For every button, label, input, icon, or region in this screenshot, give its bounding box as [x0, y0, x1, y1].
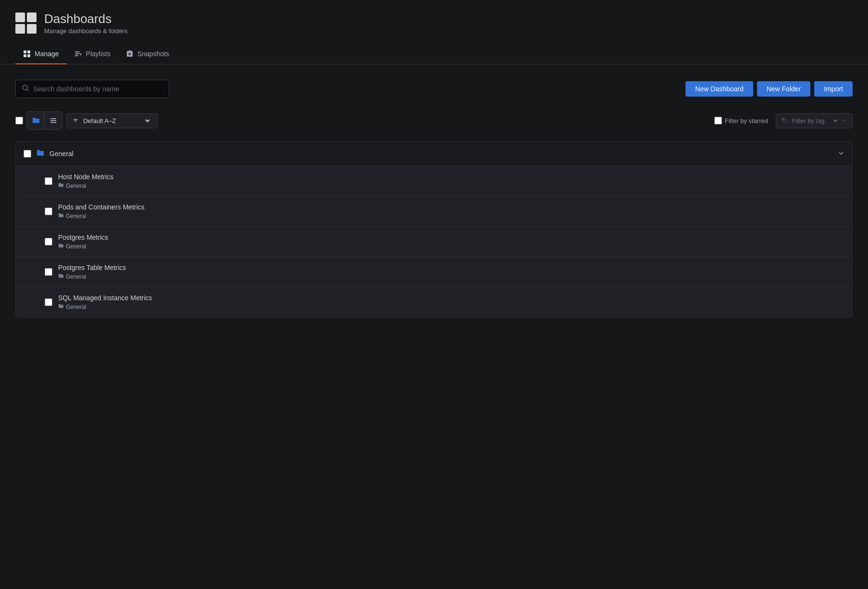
- item-checkbox-3[interactable]: [45, 268, 52, 276]
- item-checkbox-4[interactable]: [45, 298, 52, 306]
- search-input[interactable]: [33, 85, 163, 93]
- filter-right: Filter by starred Filter by tag: [714, 113, 853, 128]
- dashboard-item[interactable]: Pods and Containers Metrics General: [16, 196, 852, 226]
- filter-row: Default A–Z Default Z–A Alphabetically A…: [15, 111, 853, 130]
- item-folder-4: General: [58, 303, 844, 310]
- item-info-0: Host Node Metrics General: [58, 173, 844, 189]
- filter-tag-dropdown[interactable]: Filter by tag: [776, 113, 853, 128]
- tab-snapshots-label: Snapshots: [137, 50, 169, 58]
- item-folder-icon-1: [58, 212, 64, 220]
- search-action-row: New Dashboard New Folder Import: [15, 80, 853, 98]
- dashboard-item[interactable]: SQL Managed Instance Metrics General: [16, 287, 852, 317]
- tab-playlists-label: Playlists: [86, 50, 110, 58]
- item-folder-0: General: [58, 182, 844, 189]
- playlists-icon: [74, 50, 82, 58]
- svg-rect-1: [27, 50, 30, 53]
- svg-rect-6: [75, 55, 78, 56]
- item-folder-label-4: General: [66, 304, 86, 310]
- select-all-checkbox[interactable]: [15, 117, 23, 124]
- svg-rect-12: [50, 118, 56, 119]
- sort-icon: [73, 117, 78, 124]
- view-toggle-group: [27, 111, 62, 130]
- chevron-down-icon: [842, 118, 846, 123]
- header-text-block: Dashboards Manage dashboards & folders: [44, 12, 127, 35]
- tag-icon: [782, 117, 787, 124]
- item-folder-2: General: [58, 243, 844, 250]
- item-info-4: SQL Managed Instance Metrics General: [58, 294, 844, 310]
- item-folder-label-0: General: [66, 183, 86, 189]
- item-info-1: Pods and Containers Metrics General: [58, 203, 844, 220]
- item-checkbox-0[interactable]: [45, 177, 52, 185]
- folder-icon: [36, 148, 45, 159]
- svg-line-11: [27, 89, 29, 91]
- dashboard-item[interactable]: Postgres Table Metrics General: [16, 257, 852, 287]
- item-title-0: Host Node Metrics: [58, 173, 844, 181]
- page-subtitle: Manage dashboards & folders: [44, 27, 127, 35]
- folder-checkbox[interactable]: [24, 150, 31, 158]
- item-title-3: Postgres Table Metrics: [58, 264, 844, 271]
- tab-manage-label: Manage: [35, 50, 59, 58]
- svg-rect-14: [50, 122, 56, 123]
- filter-starred-label[interactable]: Filter by starred: [714, 117, 768, 124]
- svg-rect-4: [75, 51, 80, 52]
- tab-snapshots[interactable]: Snapshots: [118, 44, 177, 64]
- item-checkbox-1[interactable]: [45, 208, 52, 215]
- dashboard-item[interactable]: Host Node Metrics General: [16, 166, 852, 196]
- item-folder-icon-2: [58, 243, 64, 250]
- new-dashboard-button[interactable]: New Dashboard: [685, 81, 753, 97]
- main-content: New Dashboard New Folder Import: [0, 64, 868, 333]
- svg-point-18: [783, 119, 784, 120]
- list-view-button[interactable]: [45, 112, 62, 129]
- item-folder-label-2: General: [66, 243, 86, 250]
- sort-select-input[interactable]: Default A–Z Default Z–A Alphabetically A…: [81, 117, 151, 125]
- item-checkbox-2[interactable]: [45, 238, 52, 245]
- dashboard-icon: [23, 50, 31, 58]
- svg-rect-5: [75, 53, 80, 54]
- item-folder-icon-4: [58, 303, 64, 310]
- select-all-checkbox-wrap[interactable]: [15, 117, 23, 124]
- dashboards-logo-icon: [15, 12, 37, 34]
- sort-dropdown[interactable]: Default A–Z Default Z–A Alphabetically A…: [66, 113, 158, 128]
- tab-playlists[interactable]: Playlists: [67, 44, 118, 64]
- svg-point-10: [23, 85, 27, 90]
- tab-manage[interactable]: Manage: [15, 44, 67, 64]
- item-folder-label-1: General: [66, 213, 86, 220]
- folder-chevron-icon: [838, 150, 844, 158]
- item-folder-1: General: [58, 212, 844, 220]
- dashboard-item[interactable]: Postgres Metrics General: [16, 226, 852, 257]
- page-title: Dashboards: [44, 12, 127, 26]
- item-folder-3: General: [58, 273, 844, 280]
- item-folder-label-3: General: [66, 273, 86, 280]
- svg-rect-0: [24, 50, 26, 53]
- search-icon: [22, 84, 29, 94]
- filter-starred-text: Filter by starred: [725, 117, 768, 124]
- import-button[interactable]: Import: [814, 81, 853, 97]
- folder-name: General: [49, 150, 833, 158]
- folder-section: General Host Node Metrics General: [15, 141, 853, 318]
- tabs-bar: Manage Playlists Snapshots: [0, 44, 868, 64]
- item-title-4: SQL Managed Instance Metrics: [58, 294, 844, 302]
- svg-point-9: [129, 53, 130, 55]
- svg-rect-2: [24, 54, 26, 57]
- svg-rect-3: [27, 54, 30, 57]
- item-folder-icon-3: [58, 273, 64, 280]
- snapshots-icon: [126, 50, 134, 58]
- item-folder-icon-0: [58, 182, 64, 189]
- folder-checkbox-wrap[interactable]: [24, 150, 31, 158]
- new-folder-button[interactable]: New Folder: [757, 81, 811, 97]
- search-box[interactable]: [15, 80, 169, 98]
- filter-starred-checkbox[interactable]: [714, 117, 722, 124]
- filter-tag-select-input[interactable]: Filter by tag: [790, 117, 839, 125]
- svg-rect-13: [50, 120, 56, 121]
- item-title-2: Postgres Metrics: [58, 233, 844, 241]
- item-info-3: Postgres Table Metrics General: [58, 264, 844, 280]
- folder-view-button[interactable]: [27, 112, 45, 129]
- page-header: Dashboards Manage dashboards & folders: [0, 0, 868, 44]
- item-info-2: Postgres Metrics General: [58, 233, 844, 250]
- folder-header[interactable]: General: [16, 142, 852, 166]
- action-buttons: New Dashboard New Folder Import: [685, 81, 853, 97]
- item-title-1: Pods and Containers Metrics: [58, 203, 844, 211]
- svg-marker-7: [80, 53, 82, 56]
